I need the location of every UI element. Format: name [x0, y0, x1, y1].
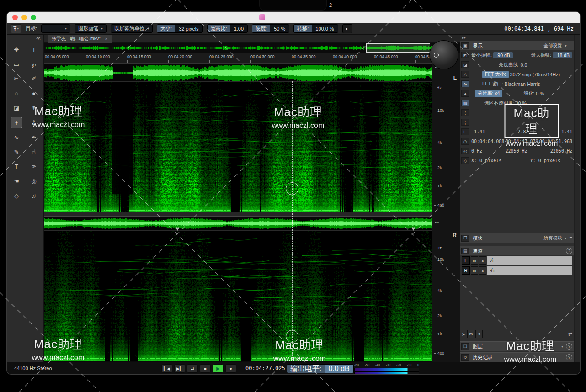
- channels-section-header[interactable]: ▤ 通道 ?: [460, 246, 580, 255]
- playhead-line[interactable]: [229, 53, 229, 360]
- gamma-row: ◪ 亮度曲线: 0.0: [460, 60, 580, 69]
- divider-handle-left[interactable]: ♥: [176, 226, 179, 231]
- swap-channels-icon[interactable]: ⇄: [568, 331, 572, 337]
- text-tool[interactable]: T: [11, 161, 22, 172]
- history-section-header[interactable]: ↺ 历史记录 ?: [460, 352, 580, 362]
- probe-tool[interactable]: ✐: [28, 73, 40, 85]
- help-icon[interactable]: ?: [566, 343, 572, 350]
- tab-close-icon[interactable]: ×: [105, 36, 107, 42]
- waveform-left-channel[interactable]: [44, 64, 432, 82]
- selection-opacity-icon[interactable]: ▨: [461, 100, 469, 106]
- panel-collapse-arrows[interactable]: ▸▸: [460, 35, 580, 41]
- stamp-tool[interactable]: ⚓: [28, 117, 40, 128]
- text-cursor-tool[interactable]: I: [28, 44, 40, 55]
- next-button[interactable]: ▶▎: [174, 364, 185, 373]
- solo-button[interactable]: s: [479, 266, 486, 275]
- gamma-value[interactable]: 0.0: [521, 62, 527, 68]
- mute-button[interactable]: m: [471, 256, 478, 265]
- master-mute-button[interactable]: m: [467, 330, 474, 338]
- help-icon[interactable]: ?: [566, 248, 572, 254]
- master-solo-button[interactable]: s: [475, 330, 483, 338]
- spectrogram-left-channel[interactable]: [44, 81, 432, 212]
- spectrogram-right-channel[interactable]: [44, 230, 432, 361]
- play-button[interactable]: ▶: [213, 364, 224, 373]
- divider-handle-right[interactable]: ♥: [411, 226, 415, 231]
- unit-mode-dropdown[interactable]: 以屏幕为单位 ▾: [111, 24, 153, 33]
- overview-navigator[interactable]: [44, 43, 432, 53]
- menu-icon[interactable]: ≡: [570, 43, 572, 48]
- move-tool[interactable]: ✥: [11, 44, 22, 55]
- channel-divider[interactable]: [44, 212, 432, 217]
- ruler-tick-label: 00:04:45.000: [374, 54, 398, 59]
- channel-name[interactable]: 左: [487, 256, 572, 265]
- solo-button[interactable]: s: [479, 256, 486, 265]
- titlebar[interactable]: [7, 12, 580, 23]
- dotted-select-tool[interactable]: ◌: [11, 88, 22, 99]
- lasso-select-tool[interactable]: ℘: [28, 58, 40, 70]
- modules-preset-dropdown[interactable]: 所有模块: [544, 235, 562, 241]
- meter-bar-left: [354, 368, 419, 371]
- vertical-dots-icon[interactable]: ⋮: [461, 109, 469, 116]
- chevron-down-icon[interactable]: ▾: [565, 236, 567, 240]
- contrast-icon[interactable]: ◐: [342, 24, 352, 33]
- jog-dial[interactable]: [429, 40, 458, 69]
- help-icon[interactable]: ?: [566, 354, 572, 360]
- document-tab[interactable]: 张学友 - 吻...唱会.mkv* ×: [48, 35, 112, 43]
- playback-time-field[interactable]: 00:04:27.025 ⇅: [245, 365, 289, 371]
- chevron-down-icon[interactable]: ▾: [565, 44, 567, 48]
- zoom-window-button[interactable]: [31, 15, 36, 20]
- marquee-select-tool[interactable]: ▭: [11, 58, 22, 70]
- finger-tool[interactable]: ☝: [28, 146, 40, 158]
- fft-window-icon[interactable]: ∿: [461, 80, 469, 87]
- pen-tool[interactable]: ✒: [28, 132, 40, 143]
- time-ruler[interactable]: 00:04:05.00000:04:10.00000:04:15.00000:0…: [44, 53, 432, 64]
- eraser-tool[interactable]: ◪: [11, 102, 22, 114]
- transfer-field[interactable]: 转移: 100.0 %: [293, 24, 338, 33]
- speaker-tool[interactable]: ♫: [28, 190, 40, 201]
- pencil-tool[interactable]: ✎: [11, 146, 22, 158]
- modules-section-header[interactable]: ❐ 模块 所有模块 ▾ ≡: [460, 233, 580, 243]
- active-tool-icon[interactable]: Ŧ ▾: [11, 24, 21, 33]
- stop-button[interactable]: ■: [200, 364, 211, 373]
- zoom-tool[interactable]: ◎: [28, 175, 40, 187]
- min-amplitude-field[interactable]: -90 dB: [493, 52, 513, 58]
- output-level-field[interactable]: 输出电平: 0.0 dB: [287, 364, 354, 373]
- clamp-tool[interactable]: Ŧ: [11, 117, 22, 128]
- lift-tool[interactable]: ⇞: [28, 102, 40, 114]
- mute-button[interactable]: m: [471, 266, 478, 275]
- minimize-window-button[interactable]: [21, 15, 27, 20]
- display-section-header[interactable]: ▣ 显示 全部设置 ▾ ≡: [460, 41, 580, 50]
- menu-icon[interactable]: ≡: [570, 235, 572, 241]
- previous-button[interactable]: ▎◀: [161, 364, 172, 373]
- selection-opacity-value[interactable]: 30 %: [516, 101, 527, 106]
- display-preset-dropdown[interactable]: 全部设置: [544, 42, 562, 49]
- resolution-field[interactable]: 分辨率: x4: [475, 90, 502, 97]
- brush-shape-dropdown[interactable]: 圆形画笔 ▾: [75, 24, 107, 33]
- chevron-down-icon[interactable]: ▾: [561, 344, 563, 349]
- cube-tool[interactable]: ◇: [11, 190, 22, 201]
- close-window-button[interactable]: [12, 15, 18, 20]
- brush-size-field[interactable]: 大小: 32 pixels: [157, 24, 202, 33]
- fft-window-value[interactable]: Blackman-Harris: [505, 81, 540, 87]
- brush-tool[interactable]: ●: [28, 88, 40, 99]
- max-amplitude-field[interactable]: -18 dB: [553, 52, 572, 58]
- record-button[interactable]: ●: [225, 364, 236, 373]
- loop-button[interactable]: ⇄: [187, 364, 198, 373]
- cursor-dashed-line: [292, 81, 293, 360]
- hand-tool[interactable]: ☚: [11, 175, 22, 187]
- collapse-tools-icon[interactable]: ≪: [7, 35, 43, 42]
- layers-section-header[interactable]: ❏ 图层 ▾ ?: [460, 341, 580, 351]
- panel-scrollbar[interactable]: [574, 35, 580, 362]
- fft-size-label[interactable]: FFT 大小:: [482, 71, 509, 78]
- aspect-ratio-field[interactable]: 宽高比: 1.00: [207, 24, 248, 33]
- knife-tool[interactable]: ✂: [11, 73, 22, 85]
- dropper-tool[interactable]: ✑: [28, 161, 40, 172]
- waveform-right-channel[interactable]: [44, 217, 432, 230]
- channel-name[interactable]: 右: [487, 266, 572, 275]
- curve-tool[interactable]: ∿: [11, 132, 22, 143]
- target-dropdown[interactable]: ▾: [41, 24, 70, 33]
- refine-value[interactable]: 0 %: [536, 91, 544, 96]
- vertical-dash-icon[interactable]: ¦: [461, 119, 469, 126]
- grid-dots-row: ⋮: [460, 108, 580, 117]
- hardness-field[interactable]: 硬度: 50 %: [252, 24, 289, 33]
